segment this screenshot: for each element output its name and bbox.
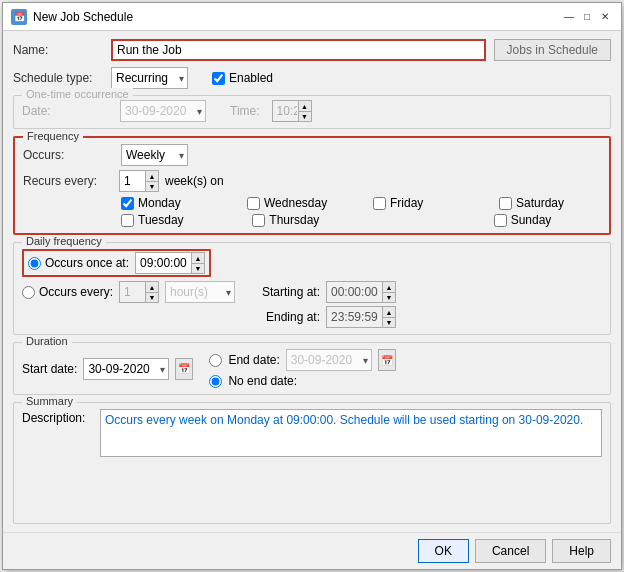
cancel-button[interactable]: Cancel: [475, 539, 546, 563]
occurs-once-spinner: ▲ ▼: [135, 252, 205, 274]
end-date-select[interactable]: 30-09-2020: [286, 349, 372, 371]
thursday-item: Thursday: [252, 213, 359, 227]
ending-spinner: ▲ ▼: [326, 306, 396, 328]
date-select[interactable]: 30-09-2020: [120, 100, 206, 122]
occurs-label: Occurs:: [23, 148, 113, 162]
window-controls: — □ ✕: [561, 9, 613, 25]
hour-select-wrapper: hour(s): [165, 281, 235, 303]
days-section: Monday Wednesday Friday Saturday: [121, 196, 601, 227]
titlebar: 📅 New Job Schedule — □ ✕: [3, 3, 621, 31]
schedule-type-select-wrapper: Recurring One time: [111, 67, 188, 89]
days-row-1: Monday Wednesday Friday Saturday: [121, 196, 601, 210]
occurs-once-radio[interactable]: [28, 257, 41, 270]
schedule-type-select[interactable]: Recurring One time: [111, 67, 188, 89]
time-down-btn[interactable]: ▼: [298, 111, 312, 122]
frequency-label: Frequency: [23, 130, 83, 142]
saturday-checkbox[interactable]: [499, 197, 512, 210]
frequency-section: Frequency Occurs: Weekly Daily Monthly R…: [13, 136, 611, 235]
name-input[interactable]: [111, 39, 486, 61]
window-title: New Job Schedule: [33, 10, 555, 24]
occurs-once-spinner-btns: ▲ ▼: [191, 252, 205, 274]
monday-item: Monday: [121, 196, 223, 210]
occurs-row: Occurs: Weekly Daily Monthly: [23, 144, 601, 166]
wednesday-item: Wednesday: [247, 196, 349, 210]
friday-checkbox[interactable]: [373, 197, 386, 210]
enabled-checkbox[interactable]: [212, 72, 225, 85]
hour-select[interactable]: hour(s): [165, 281, 235, 303]
summary-label: Summary: [22, 395, 77, 407]
starting-down-btn[interactable]: ▼: [382, 292, 396, 303]
occurs-select-wrapper: Weekly Daily Monthly: [121, 144, 188, 166]
occurs-every-left: Occurs every: ▲ ▼ hour(s): [22, 281, 235, 303]
recurs-spinner-btns: ▲ ▼: [145, 170, 159, 192]
occurs-every-up-btn[interactable]: ▲: [145, 281, 159, 292]
end-date-calendar-btn[interactable]: 📅: [378, 349, 396, 371]
help-button[interactable]: Help: [552, 539, 611, 563]
date-select-wrapper: 30-09-2020: [120, 100, 206, 122]
monday-checkbox[interactable]: [121, 197, 134, 210]
occurs-once-wrap: Occurs once at: ▲ ▼: [22, 249, 211, 277]
occurs-once-up-btn[interactable]: ▲: [191, 252, 205, 263]
occurs-once-down-btn[interactable]: ▼: [191, 263, 205, 274]
thursday-checkbox[interactable]: [252, 214, 265, 227]
ending-at-row: Ending at: ▲ ▼: [255, 306, 396, 328]
maximize-button[interactable]: □: [579, 9, 595, 25]
tuesday-item: Tuesday: [121, 213, 228, 227]
duration-row: Start date: 30-09-2020 📅 End date:: [22, 349, 602, 388]
wednesday-checkbox[interactable]: [247, 197, 260, 210]
start-date-select[interactable]: 30-09-2020: [83, 358, 169, 380]
no-end-date-row: No end date:: [209, 374, 395, 388]
close-button[interactable]: ✕: [597, 9, 613, 25]
end-options: End date: 30-09-2020 📅 No end date:: [209, 349, 395, 388]
occurs-once-label: Occurs once at:: [28, 256, 129, 270]
ok-button[interactable]: OK: [418, 539, 469, 563]
occurs-every-row: Occurs every: ▲ ▼ hour(s): [22, 281, 235, 303]
time-label: Time:: [230, 104, 260, 118]
recurs-spinner: ▲ ▼: [119, 170, 159, 192]
occurs-once-row: Occurs once at: ▲ ▼: [22, 249, 602, 277]
summary-textarea[interactable]: Occurs every week on Monday at 09:00:00.…: [100, 409, 602, 457]
sunday-checkbox[interactable]: [494, 214, 507, 227]
no-end-date-radio[interactable]: [209, 375, 222, 388]
recurs-row: Recurs every: ▲ ▼ week(s) on: [23, 170, 601, 192]
start-date-select-wrapper: 30-09-2020: [83, 358, 169, 380]
tuesday-checkbox[interactable]: [121, 214, 134, 227]
main-window: 📅 New Job Schedule — □ ✕ Name: Jobs in S…: [2, 2, 622, 570]
time-spinner: ▲ ▼: [272, 100, 312, 122]
end-date-select-wrapper: 30-09-2020: [286, 349, 372, 371]
end-date-radio[interactable]: [209, 354, 222, 367]
onetime-row: Date: 30-09-2020 Time: ▲ ▼: [22, 100, 602, 122]
ending-spinner-btns: ▲ ▼: [382, 306, 396, 328]
jobs-in-schedule-button[interactable]: Jobs in Schedule: [494, 39, 611, 61]
schedule-type-label: Schedule type:: [13, 71, 103, 85]
main-content: Name: Jobs in Schedule Schedule type: Re…: [3, 31, 621, 532]
name-row: Name: Jobs in Schedule: [13, 39, 611, 61]
daily-freq-label: Daily frequency: [22, 235, 106, 247]
week-suffix: week(s) on: [165, 174, 224, 188]
occurs-every-spinner-btns: ▲ ▼: [145, 281, 159, 303]
ending-down-btn[interactable]: ▼: [382, 317, 396, 328]
starting-up-btn[interactable]: ▲: [382, 281, 396, 292]
occurs-every-radio[interactable]: [22, 286, 35, 299]
time-spinner-btns: ▲ ▼: [298, 100, 312, 122]
occurs-select[interactable]: Weekly Daily Monthly: [121, 144, 188, 166]
friday-item: Friday: [373, 196, 475, 210]
days-row-2: Tuesday Thursday Sunday: [121, 213, 601, 227]
occurs-every-outer: Occurs every: ▲ ▼ hour(s): [22, 281, 602, 328]
summary-section: Summary Description: Occurs every week o…: [13, 402, 611, 524]
time-up-btn[interactable]: ▲: [298, 100, 312, 111]
recurs-up-btn[interactable]: ▲: [145, 170, 159, 181]
starting-at-row: Starting at: ▲ ▼: [255, 281, 396, 303]
ending-up-btn[interactable]: ▲: [382, 306, 396, 317]
minimize-button[interactable]: —: [561, 9, 577, 25]
starting-spinner-btns: ▲ ▼: [382, 281, 396, 303]
occurs-every-down-btn[interactable]: ▼: [145, 292, 159, 303]
duration-section: Duration Start date: 30-09-2020 📅 End da…: [13, 342, 611, 395]
name-label: Name:: [13, 43, 103, 57]
bottom-bar: OK Cancel Help: [3, 532, 621, 569]
onetime-section-label: One-time occurrence: [22, 88, 133, 100]
start-date-label: Start date:: [22, 362, 77, 376]
recurs-down-btn[interactable]: ▼: [145, 181, 159, 192]
start-date-row: Start date: 30-09-2020 📅: [22, 358, 193, 380]
start-date-calendar-btn[interactable]: 📅: [175, 358, 193, 380]
